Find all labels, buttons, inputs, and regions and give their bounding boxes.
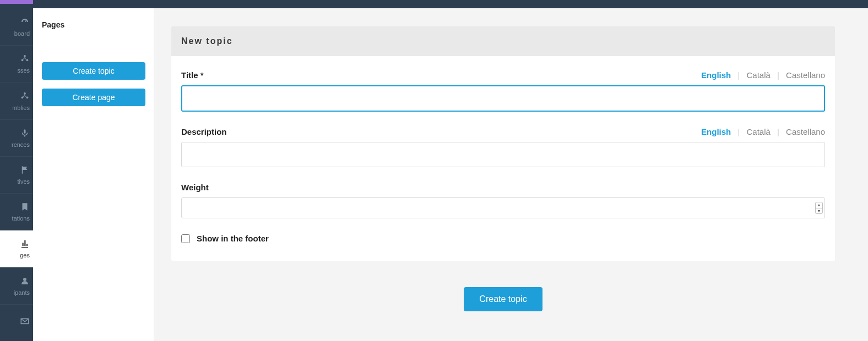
create-topic-button[interactable]: Create topic <box>42 62 145 80</box>
weight-input[interactable] <box>181 197 825 218</box>
title-input[interactable] <box>181 85 825 112</box>
nav-item-6[interactable]: ges <box>0 230 33 267</box>
form-heading: New topic <box>171 26 835 56</box>
field-description: Description English | Català | Castellan… <box>181 127 825 167</box>
title-label: Title * <box>181 70 204 80</box>
weight-spin-down[interactable]: ▼ <box>816 208 822 214</box>
create-page-button[interactable]: Create page <box>42 89 145 106</box>
accent-bar <box>0 0 33 4</box>
nav-item-label: rences <box>12 141 30 148</box>
nav-item-3[interactable]: rences <box>0 119 33 156</box>
svg-point-2 <box>26 59 29 62</box>
icon-rail: boardssesmbliesrencestivestationsgesipan… <box>0 8 33 341</box>
nav-item-7[interactable]: ipants <box>0 267 33 304</box>
form-body: Title * English | Català | Castellano De… <box>171 56 835 261</box>
submit-button[interactable]: Create topic <box>464 287 542 311</box>
lang-tab-english[interactable]: English <box>701 70 731 80</box>
field-title: Title * English | Català | Castellano <box>181 70 825 112</box>
footer-label[interactable]: Show in the footer <box>197 234 269 243</box>
nav-item-label: tives <box>17 178 30 185</box>
submit-row: Create topic <box>171 287 835 311</box>
nav-item-label: ges <box>20 252 30 258</box>
description-lang-tabs: English | Català | Castellano <box>701 127 825 136</box>
nav-item-label: tations <box>12 215 30 222</box>
nav-item-label: mblies <box>12 105 30 111</box>
nav-item-8[interactable] <box>0 304 33 341</box>
main-area: New topic Title * English | Català | Cas… <box>154 8 868 341</box>
user-icon <box>20 276 30 289</box>
nav-item-label: sses <box>17 67 30 74</box>
nav-item-0[interactable]: board <box>0 8 33 45</box>
field-footer: Show in the footer <box>181 234 825 243</box>
lang-tab-castellano[interactable]: Castellano <box>786 70 825 80</box>
svg-point-7 <box>23 278 26 281</box>
mail-icon <box>20 316 30 329</box>
lang-tab-castellano-2[interactable]: Castellano <box>786 127 825 136</box>
bookmark-icon <box>20 202 30 215</box>
svg-rect-6 <box>24 129 26 134</box>
nav-item-label: ipants <box>14 289 30 296</box>
nav-item-5[interactable]: tations <box>0 193 33 230</box>
lang-tab-catala-2[interactable]: Català <box>747 127 771 136</box>
nav-item-4[interactable]: tives <box>0 156 33 193</box>
weight-spinner: ▲ ▼ <box>815 202 823 214</box>
nav-item-2[interactable]: mblies <box>0 82 33 119</box>
tree-icon <box>20 91 30 105</box>
description-label: Description <box>181 127 227 136</box>
gauge-icon <box>20 17 30 30</box>
lang-tab-catala[interactable]: Català <box>747 70 771 80</box>
footer-checkbox[interactable] <box>181 234 190 243</box>
flag-icon <box>20 165 30 178</box>
form-card: New topic Title * English | Català | Cas… <box>171 26 835 261</box>
lang-tab-english-2[interactable]: English <box>701 127 731 136</box>
svg-point-3 <box>24 92 26 94</box>
svg-point-0 <box>24 55 26 57</box>
nav-item-label: board <box>14 30 30 37</box>
top-bar <box>0 0 868 8</box>
svg-point-5 <box>26 96 29 98</box>
chart-icon <box>20 239 30 252</box>
tree-icon <box>20 54 30 67</box>
side-panel: Pages Create topic Create page <box>33 8 154 341</box>
description-input[interactable] <box>181 142 825 167</box>
weight-spin-up[interactable]: ▲ <box>816 202 822 208</box>
nav-item-1[interactable]: sses <box>0 45 33 82</box>
title-lang-tabs: English | Català | Castellano <box>701 70 825 80</box>
side-panel-title: Pages <box>42 20 145 29</box>
mic-icon <box>20 128 30 141</box>
weight-label: Weight <box>181 183 209 192</box>
field-weight: Weight ▲ ▼ <box>181 183 825 218</box>
